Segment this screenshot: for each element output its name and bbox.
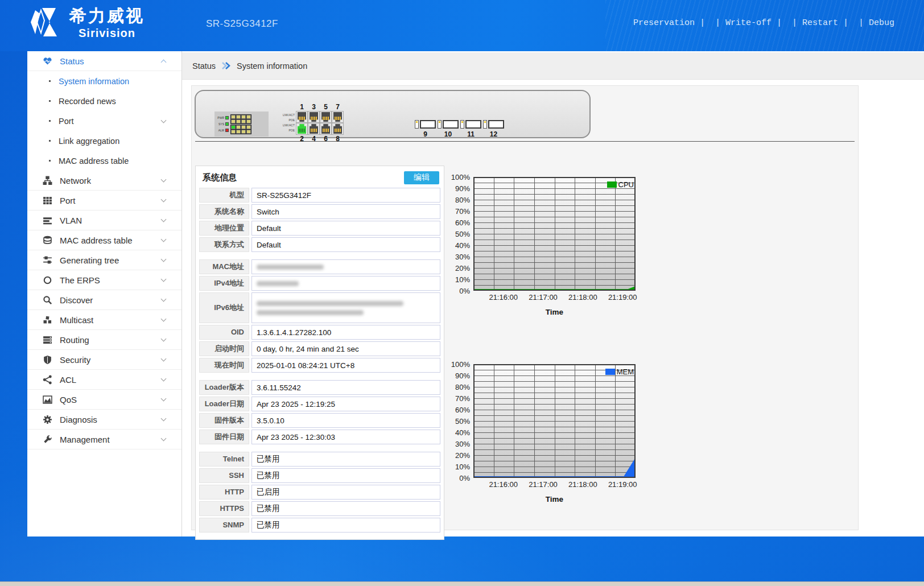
sidebar-menu: StatusSystem informationRecorded newsPor… [27,51,182,537]
sidebar-item-multicast[interactable]: Multicast [27,310,182,330]
rj45-port-group: 1357 2468 [296,103,344,143]
sidebar-item-the-erps[interactable]: The ERPS [27,270,182,290]
sidebar-item-diagnosis[interactable]: Diagnosis [27,410,182,430]
y-tick-label: 0% [459,287,470,295]
sidebar-item-label: Security [60,355,90,365]
port-led-cell [236,125,241,129]
status-led-label: PWR [216,116,224,119]
sidebar-subitem-system-information[interactable]: System information [27,71,182,91]
y-axis-labels: 100%90%80%70%60%50%40%30%20%10%0% [451,364,472,478]
sidebar-item-label: The ERPS [60,275,100,285]
info-label: Loader日期 [199,397,249,411]
chevron-down-icon [161,376,167,382]
header-nav-debug[interactable]: Debug [869,18,894,28]
x-tick-label: 21:17:00 [529,480,558,489]
sidebar-item-label: Management [60,435,110,444]
sfp-port-11: 11 [460,119,483,138]
info-row: 地理位置Default [199,221,440,236]
rj45-top-numbers: 1357 [296,103,344,111]
rj45-port-6 [320,123,332,135]
header-nav: Preservation | | Write-off | | Restart |… [633,18,894,28]
chart-plot-area: MEM [473,364,636,478]
legend-swatch [607,181,617,188]
x-tick-label: 21:19:00 [608,293,637,302]
nav-separator: | | [838,18,869,28]
sidebar-subitem-port[interactable]: Port [27,111,182,131]
sidebar-item-discover[interactable]: Discover [27,290,182,310]
bullet-icon [49,140,51,142]
chevron-down-icon [161,396,167,402]
info-label: 固件日期 [199,430,249,444]
info-row: 固件版本3.5.0.10 [199,413,440,428]
sidebar-item-label: Generating tree [60,255,119,265]
info-row: 系统名称Switch [199,204,440,219]
status-led-label: SYS [216,122,224,126]
sidebar-subitem-mac-address-table[interactable]: MAC address table [27,151,182,171]
sidebar-item-mac-address-table[interactable]: MAC address table [27,230,182,250]
edit-button[interactable]: 编辑 [404,171,439,184]
chevron-down-icon [161,336,167,342]
y-tick-label: 40% [455,428,470,437]
port-led-grid [230,114,251,135]
info-label: HTTP [199,485,249,500]
share-icon [43,375,52,385]
port-led-cell [231,119,236,123]
y-tick-label: 60% [455,406,470,414]
header-nav-restart[interactable]: Restart [802,18,838,28]
info-value: Apr 23 2025 - 12:30:03 [251,430,440,444]
info-value: 1.3.6.1.4.1.27282.100 [251,325,440,340]
y-tick-label: 0% [459,474,470,482]
sidebar-item-qos[interactable]: QoS [27,390,182,410]
chevron-down-icon [161,257,167,262]
sidebar-item-vlan[interactable]: VLAN [27,211,182,230]
chevron-down-icon [161,217,167,222]
info-label: 联系方式 [199,237,249,252]
info-row: Loader版本3.6.11.55242 [199,380,440,395]
sidebar-item-acl[interactable]: ACL [27,370,182,390]
sidebar-item-routing[interactable]: Routing [27,330,182,350]
y-tick-label: 20% [455,264,470,273]
info-value: 已启用 [251,485,440,500]
info-row: 机型SR-S25G3412F [199,188,440,203]
sfp-port-10: 10 [438,119,460,138]
sidebar-item-port[interactable]: Port [27,191,182,211]
sidebar-subitem-link-aggregation[interactable]: Link aggregation [27,131,182,151]
search-icon [43,295,52,305]
rj45-port-3 [308,111,320,123]
port-led-cell [241,125,246,129]
info-value: SR-S25G3412F [251,188,440,203]
sidebar-subitem-recorded-news[interactable]: Recorded news [27,91,182,111]
server-icon [43,335,52,345]
info-row: HTTPS已禁用 [199,501,440,516]
bullet-icon [49,80,51,82]
sidebar-item-management[interactable]: Management [27,430,182,449]
breadcrumb-item[interactable]: System information [237,61,307,71]
led-legend-labels: LNK/ACTPOELNK/ACTPOE [271,113,295,133]
heartbeat-icon [43,56,52,66]
x-tick-label: 21:18:00 [568,480,597,489]
pwr-led [225,116,229,119]
port-number: 10 [438,130,459,138]
header-nav-write-off[interactable]: Write-off [725,18,772,28]
info-label: 系统名称 [199,204,249,219]
y-tick-label: 80% [455,383,470,391]
sidebar-item-security[interactable]: Security [27,350,182,370]
breadcrumb-item[interactable]: Status [192,61,216,71]
grid-icon [43,196,52,205]
header-nav-preservation[interactable]: Preservation [633,18,695,28]
x-tick-label: 21:16:00 [489,293,518,302]
info-label: SNMP [199,518,249,533]
sidebar-item-network[interactable]: Network [27,171,182,191]
port-number: 12 [483,130,504,138]
device-model-title: SR-S25G3412F [206,18,278,30]
sidebar-item-generating-tree[interactable]: Generating tree [27,250,182,270]
sidebar-subitem-label: MAC address table [59,156,129,166]
rj45-port-8 [332,123,344,135]
sidebar-item-status[interactable]: Status [27,51,182,71]
sfp-port-group: 9101112 [415,119,506,138]
chart-legend: CPU [607,180,634,189]
led-legend-label: LNK/ACT [271,113,295,118]
brand-name-cn: 希力威视 [69,6,145,26]
y-tick-label: 90% [455,184,470,193]
y-tick-label: 10% [455,275,470,284]
